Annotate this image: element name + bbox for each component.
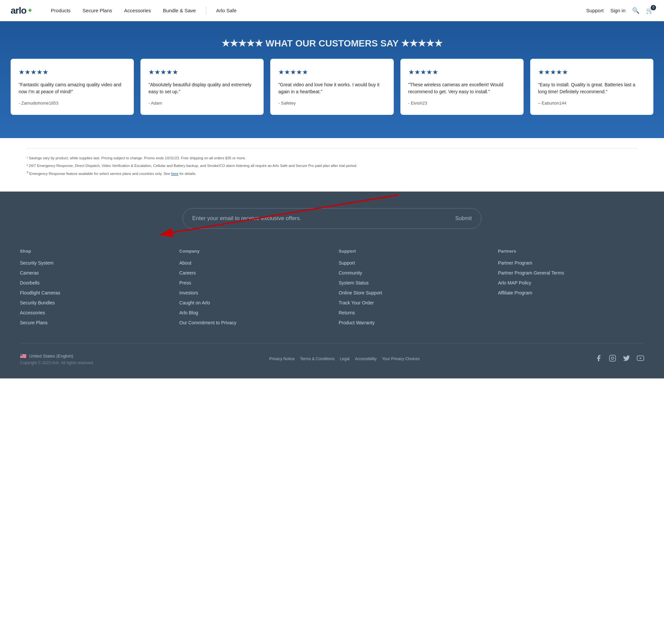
- review-text-1: "Fantastic quality cams amazing quality …: [19, 81, 126, 95]
- footer-link-community[interactable]: Community: [339, 270, 485, 275]
- footer-link-system-status[interactable]: System Status: [339, 280, 485, 286]
- review-card-1: ★★★★★ "Fantastic quality cams amazing qu…: [11, 59, 134, 115]
- footer-link-online-store[interactable]: Online Store Support: [339, 290, 485, 295]
- footer-link-partner-terms[interactable]: Partner Program General Terms: [498, 270, 644, 275]
- footer-company-title: Company: [179, 249, 325, 254]
- review-author-4: - Elvish23: [408, 101, 516, 106]
- footer-link-affiliate[interactable]: Affiliate Program: [498, 290, 644, 295]
- us-flag-icon: 🇺🇸: [20, 353, 26, 359]
- footer-link-floodlight[interactable]: Floodlight Cameras: [20, 290, 166, 295]
- nav-bundle-save[interactable]: Bundle & Save: [158, 5, 201, 16]
- here-link[interactable]: here: [171, 172, 178, 175]
- footer-privacy-notice[interactable]: Privacy Notice: [269, 356, 295, 361]
- footer-terms[interactable]: Terms & Conditions: [300, 356, 335, 361]
- review-card-4: ★★★★★ "These wireless cameras are excell…: [400, 59, 523, 115]
- review-author-2: - Adam: [148, 101, 256, 106]
- footer-link-arlo-blog[interactable]: Arlo Blog: [179, 310, 325, 315]
- disclaimer-2: ² 24/7 Emergency Response, Direct Dispat…: [26, 163, 638, 169]
- footer-col-company: Company About Careers Press Investors Ca…: [179, 249, 325, 330]
- footer-link-security-system[interactable]: Security System: [20, 260, 166, 266]
- support-link[interactable]: Support: [586, 8, 604, 13]
- review-text-2: "Absolutely beautiful display quality an…: [148, 81, 256, 95]
- footer-link-security-bundles[interactable]: Security Bundles: [20, 300, 166, 306]
- footer-link-doorbells[interactable]: Doorbells: [20, 280, 166, 286]
- review-author-3: - Safetey: [278, 101, 386, 106]
- review-author-1: - Zamudiohome1853: [19, 101, 126, 106]
- email-input[interactable]: [192, 208, 455, 228]
- reviews-banner: ★★★★★ WHAT OUR CUSTOMERS SAY ★★★★★: [0, 35, 664, 56]
- submit-button[interactable]: Submit: [455, 212, 472, 225]
- footer-link-caught-on-arlo[interactable]: Caught on Arlo: [179, 300, 325, 306]
- svg-marker-4: [640, 357, 641, 359]
- footer-col-support: Support Support Community System Status …: [339, 249, 485, 330]
- nav-products[interactable]: Products: [46, 5, 75, 16]
- logo[interactable]: arlo ✦: [11, 5, 33, 16]
- nav-secure-plans[interactable]: Secure Plans: [78, 5, 117, 16]
- stars-4: ★★★★★: [408, 68, 516, 76]
- footer-link-investors[interactable]: Investors: [179, 290, 325, 295]
- footer-link-cameras[interactable]: Cameras: [20, 270, 166, 275]
- stars-2: ★★★★★: [148, 68, 256, 76]
- footer-link-about[interactable]: About: [179, 260, 325, 266]
- review-card-5: ★★★★★ "Easy to install. Quality is great…: [530, 59, 653, 115]
- cart-icon[interactable]: 🛒 0: [646, 7, 653, 14]
- disclaimer-divider: [26, 148, 638, 148]
- footer-accessibility[interactable]: Accessibility: [355, 356, 376, 361]
- logo-leaf-icon: ✦: [27, 6, 33, 15]
- footer-privacy-choices[interactable]: Your Privacy Choices: [382, 356, 420, 361]
- instagram-icon[interactable]: [609, 355, 616, 363]
- svg-rect-2: [609, 355, 616, 361]
- footer-legal[interactable]: Legal: [340, 356, 350, 361]
- footer-region-text: United States (English): [29, 354, 74, 358]
- stars-3: ★★★★★: [278, 68, 386, 76]
- review-text-3: "Great video and love how it works. I wo…: [278, 81, 386, 95]
- twitter-icon[interactable]: [623, 355, 630, 363]
- footer-bottom-links: Privacy Notice Terms & Conditions Legal …: [269, 356, 420, 361]
- footer-columns: Shop Security System Cameras Doorbells F…: [20, 249, 644, 343]
- navbar-right: Support Sign in 🔍 🛒 0: [586, 7, 653, 14]
- review-card-2: ★★★★★ "Absolutely beautiful display qual…: [141, 59, 264, 115]
- review-card-3: ★★★★★ "Great video and love how it works…: [270, 59, 393, 115]
- review-text-4: "These wireless cameras are excellent! W…: [408, 81, 516, 95]
- disclaimer-1: ¹ Savings vary by product, while supplie…: [26, 155, 638, 161]
- stars-1: ★★★★★: [19, 68, 126, 76]
- footer-link-map-policy[interactable]: Arlo MAP Policy: [498, 280, 644, 286]
- footer-link-track-order[interactable]: Track Your Order: [339, 300, 485, 306]
- email-section: Submit: [0, 191, 664, 245]
- footer-bottom: 🇺🇸 United States (English) Copyright © 2…: [20, 343, 644, 365]
- footer-col-partners: Partners Partner Program Partner Program…: [498, 249, 644, 330]
- footer-social: [595, 355, 644, 363]
- youtube-icon[interactable]: [637, 355, 644, 363]
- nav-divider: [206, 7, 206, 15]
- footer-link-accessories[interactable]: Accessories: [20, 310, 166, 315]
- reviews-container: ★★★★★ "Fantastic quality cams amazing qu…: [0, 56, 664, 118]
- footer-link-press[interactable]: Press: [179, 280, 325, 286]
- footer-region: 🇺🇸 United States (English): [20, 353, 94, 359]
- logo-text: arlo: [11, 5, 26, 16]
- footer-link-partner-program[interactable]: Partner Program: [498, 260, 644, 266]
- review-author-5: – Eaburton144: [538, 101, 645, 106]
- footer-link-careers[interactable]: Careers: [179, 270, 325, 275]
- navbar: arlo ✦ Products Secure Plans Accessories…: [0, 0, 664, 21]
- footer-link-privacy-commitment[interactable]: Our Commitment to Privacy: [179, 320, 325, 325]
- footer-link-secure-plans[interactable]: Secure Plans: [20, 320, 166, 325]
- disclaimers-section: ¹ Savings vary by product, while supplie…: [0, 138, 664, 191]
- footer-support-title: Support: [339, 249, 485, 254]
- footer: Shop Security System Cameras Doorbells F…: [0, 245, 664, 378]
- facebook-icon[interactable]: [595, 355, 602, 363]
- signin-link[interactable]: Sign in: [610, 8, 625, 13]
- email-form: Submit: [183, 208, 481, 229]
- cart-badge: 0: [651, 5, 656, 10]
- footer-link-returns[interactable]: Returns: [339, 310, 485, 315]
- footer-col-shop: Shop Security System Cameras Doorbells F…: [20, 249, 166, 330]
- footer-link-support[interactable]: Support: [339, 260, 485, 266]
- nav-accessories[interactable]: Accessories: [120, 5, 156, 16]
- footer-copyright: Copyright © 2023 Arlo. All rights reserv…: [20, 360, 94, 365]
- search-icon[interactable]: 🔍: [632, 7, 639, 14]
- footer-bottom-left: 🇺🇸 United States (English) Copyright © 2…: [20, 353, 94, 365]
- nav-arlo-safe[interactable]: Arlo Safe: [211, 5, 241, 16]
- footer-link-warranty[interactable]: Product Warranty: [339, 320, 485, 325]
- disclaimer-3: 3 Emergency Response feature available f…: [26, 170, 638, 176]
- stars-5: ★★★★★: [538, 68, 645, 76]
- review-text-5: "Easy to install. Quality is great. Batt…: [538, 81, 645, 95]
